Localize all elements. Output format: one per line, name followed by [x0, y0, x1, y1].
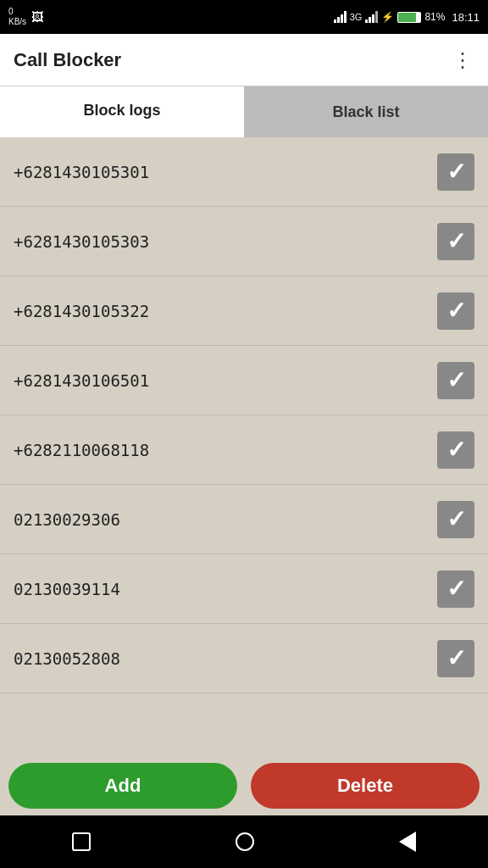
phone-list: +6281430105301 ✓ +6281430105303 ✓ +62814…	[0, 137, 488, 756]
time-display: 18:11	[452, 11, 480, 24]
list-item: 02130039114 ✓	[0, 554, 488, 624]
list-item: 02130052808 ✓	[0, 624, 488, 693]
list-item: +6281430105322 ✓	[0, 276, 488, 346]
check-icon: ✓	[446, 644, 466, 672]
app-header: Call Blocker ⋮	[0, 34, 488, 86]
delete-button[interactable]: Delete	[251, 763, 480, 809]
check-icon: ✓	[446, 436, 466, 464]
checkbox-1[interactable]: ✓	[437, 223, 474, 260]
check-icon: ✓	[446, 227, 466, 255]
phone-number: 02130029306	[14, 510, 120, 529]
checkbox-3[interactable]: ✓	[437, 362, 474, 399]
list-item: +6281430106501 ✓	[0, 346, 488, 415]
overflow-menu-button[interactable]: ⋮	[452, 48, 474, 72]
signal-icon-2	[365, 11, 378, 23]
recents-icon[interactable]	[72, 832, 91, 851]
checkbox-6[interactable]: ✓	[437, 570, 474, 608]
check-icon: ✓	[446, 366, 466, 394]
bottom-actions: Add Delete	[0, 756, 488, 815]
phone-number: +6281430105303	[14, 232, 149, 251]
check-icon: ✓	[446, 505, 466, 533]
status-bar: 0KB/s 🖼 3G ⚡ 81% 18:11	[0, 0, 488, 34]
list-item: 02130029306 ✓	[0, 485, 488, 554]
image-icon: 🖼	[31, 10, 43, 24]
phone-number: +6281430105322	[14, 302, 149, 320]
checkbox-7[interactable]: ✓	[437, 640, 474, 677]
tab-black-list[interactable]: Black list	[244, 86, 488, 137]
battery-icon	[397, 12, 421, 23]
check-icon: ✓	[446, 297, 466, 325]
status-right: 3G ⚡ 81% 18:11	[334, 11, 480, 24]
checkbox-0[interactable]: ✓	[437, 153, 474, 191]
phone-number: +6281430106501	[14, 371, 149, 390]
network-type: 3G	[350, 12, 363, 22]
add-button[interactable]: Add	[8, 763, 237, 809]
back-icon[interactable]	[399, 832, 416, 852]
checkbox-4[interactable]: ✓	[437, 431, 474, 469]
data-speed: 0KB/s	[8, 7, 26, 27]
phone-number: 02130052808	[14, 649, 120, 668]
nav-bar	[0, 815, 488, 868]
lightning-icon: ⚡	[381, 11, 394, 23]
list-item: +6281430105303 ✓	[0, 207, 488, 276]
app-title: Call Blocker	[14, 49, 121, 71]
home-icon[interactable]	[236, 832, 254, 851]
signal-icon	[334, 11, 347, 23]
check-icon: ✓	[446, 158, 466, 186]
status-left: 0KB/s 🖼	[8, 7, 43, 27]
checkbox-2[interactable]: ✓	[437, 292, 474, 330]
list-item: +6281430105301 ✓	[0, 137, 488, 207]
tab-block-logs[interactable]: Block logs	[0, 86, 244, 137]
check-icon: ✓	[446, 575, 466, 603]
phone-number: +6282110068118	[14, 441, 149, 459]
phone-number: +6281430105301	[14, 163, 149, 181]
tab-bar: Block logs Black list	[0, 86, 488, 137]
phone-number: 02130039114	[14, 580, 120, 598]
battery-percent: 81%	[424, 11, 445, 23]
list-item: +6282110068118 ✓	[0, 415, 488, 485]
checkbox-5[interactable]: ✓	[437, 501, 474, 538]
